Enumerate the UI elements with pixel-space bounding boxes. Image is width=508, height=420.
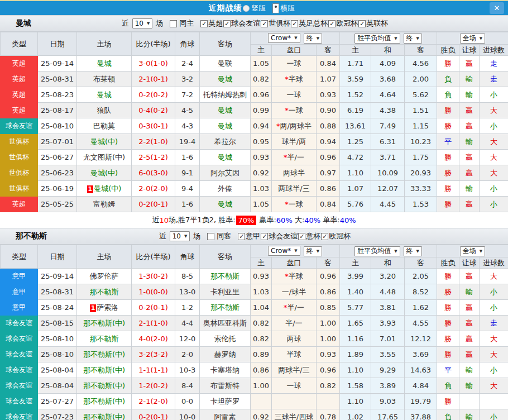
handicap-text: 球半/两 — [282, 137, 306, 146]
league-checkbox-4[interactable]: ✓ — [328, 20, 336, 27]
cell-away-team: 索伦托 — [200, 331, 251, 347]
cell-result-goals: 走 — [480, 71, 508, 87]
league-checkbox-1[interactable]: ✓ — [261, 233, 268, 240]
cell-handicap: 两球 — [272, 331, 317, 347]
cell-result-wdl: 勝 — [437, 394, 459, 409]
cell-handicap: *半球 — [272, 71, 317, 87]
games-count-select[interactable]: 10▼ — [170, 231, 190, 241]
league-checkbox-0[interactable]: ✓ — [238, 233, 245, 240]
bookmaker-select[interactable]: Crow*▼ — [268, 246, 300, 256]
cell-date: 25-08-04 — [38, 362, 77, 378]
league-checkbox-0[interactable]: ✓ — [200, 20, 208, 27]
cell-handicap: *半球 — [272, 269, 317, 284]
home-team-name: 那不勒斯(中) — [83, 397, 125, 405]
cell-date: 25-08-31 — [38, 71, 77, 87]
handicap-text: 一球 — [287, 90, 301, 99]
cell-date: 25-08-24 — [38, 300, 77, 316]
cell-corners: 10-3 — [175, 362, 200, 378]
cell-result-wdl: 平 — [437, 134, 459, 150]
odds-time-select[interactable]: 终▼ — [304, 246, 322, 256]
odds-time-select[interactable]: 终▼ — [304, 34, 322, 44]
cell-home-team: 那不勒斯 — [77, 331, 132, 347]
sub-header-6: 胜负 — [437, 257, 459, 269]
half-score: (0-1) — [150, 200, 167, 208]
cell-corners: 1-6 — [175, 150, 200, 165]
cell-result-goals: 小 — [480, 409, 508, 420]
cell-away-team: 卡坦萨罗 — [200, 394, 251, 409]
cell-avg-away: 1.75 — [405, 150, 437, 165]
cell-result-goals: 小 — [480, 362, 508, 378]
league-checkbox-3[interactable]: ✓ — [291, 20, 298, 27]
half-score: (0-1) — [150, 122, 167, 130]
cell-home-odds: 0.96 — [251, 87, 272, 103]
stat-value-0: 60% — [276, 216, 293, 225]
bookmaker-select[interactable]: Crow*▼ — [268, 33, 300, 43]
cell-score: 0-3(0-1) — [132, 118, 175, 134]
cell-result-goals: 大 — [480, 269, 508, 284]
table-row: 球会友谊25-08-10巴勒莫0-3(0-1)4-3曼城0.94*两/两球半0.… — [1, 118, 508, 134]
cell-result-wdl: 負 — [437, 409, 459, 420]
cell-home-odds: 0.92 — [251, 165, 272, 181]
table-row: 球会友谊25-07-23那不勒斯(中)0-2(0-1)10-0阿雷素0.92三球… — [1, 409, 508, 420]
cell-avg-draw: 3.89 — [371, 378, 405, 394]
layout-horizontal-radio[interactable] — [272, 3, 279, 13]
handicap-text: 一/球半 — [282, 288, 306, 296]
cell-away-team: 曼城 — [200, 103, 251, 118]
cell-avg-away: 8.52 — [405, 284, 437, 300]
cell-avg-home: 1.52 — [340, 87, 371, 103]
half-score: (1-2) — [150, 153, 167, 161]
cell-date: 25-09-14 — [38, 269, 77, 284]
games-count-select[interactable]: 10▼ — [132, 18, 153, 28]
table-row: 意甲25-08-241萨索洛0-2(0-1)1-2那不勒斯1.04*半/一0.8… — [1, 300, 508, 316]
league-checkbox-1[interactable]: ✓ — [223, 20, 231, 27]
avg-type-select[interactable]: 胜平负均值▼ — [354, 246, 400, 256]
avg-type-select[interactable]: 胜平负均值▼ — [354, 34, 400, 44]
cell-avg-away: 20.93 — [405, 165, 437, 181]
scope-select[interactable]: 全场▼ — [460, 34, 485, 44]
odds-dropdown-group: Crow*▼终▼ — [251, 32, 340, 45]
matches-table: 类型日期主场比分(半场)角球客场Crow*▼终▼胜平负均值▼终▼全场▼主盘口客主… — [0, 245, 508, 420]
half-score: (0-1) — [150, 75, 167, 83]
bookmaker-select-label: Crow* — [271, 247, 291, 255]
cell-result-goals — [480, 394, 508, 409]
close-icon[interactable]: ✕ — [490, 2, 504, 14]
league-checkbox-2[interactable]: ✓ — [261, 20, 268, 27]
league-label-0: 意甲 — [246, 231, 260, 241]
cell-handicap: 半球 — [272, 347, 317, 362]
cell-avg-home: 1.07 — [340, 181, 371, 197]
layout-vertical-radio[interactable] — [243, 5, 250, 12]
same-venue-checkbox[interactable] — [207, 233, 214, 240]
cell-avg-draw: 12.07 — [371, 181, 405, 197]
cell-away-team: 布雷斯特 — [200, 378, 251, 394]
cell-score: 1-3(0-2) — [132, 269, 175, 284]
chevron-down-icon: ▼ — [394, 36, 397, 41]
col-header-3: 比分(半场) — [132, 32, 175, 56]
cell-date: 25-08-17 — [38, 103, 77, 118]
cell-corners: 9-4 — [175, 181, 200, 197]
cell-result-goals: 大 — [480, 347, 508, 362]
avg-time-select[interactable]: 终▼ — [404, 34, 422, 44]
chevron-down-icon: ▼ — [416, 36, 419, 41]
cell-away-odds: 0.84 — [317, 56, 340, 71]
cell-date: 25-08-10 — [38, 331, 77, 347]
handicap-text: 两/两球半 — [280, 122, 311, 130]
avg-time-select[interactable]: 终▼ — [404, 246, 422, 256]
cell-avg-away: 1.62 — [405, 300, 437, 316]
sub-header-7: 让球 — [459, 45, 480, 56]
same-venue-checkbox[interactable] — [170, 20, 177, 27]
col-header-3: 比分(半场) — [132, 245, 175, 269]
cell-home-odds: 1.04 — [251, 300, 272, 316]
cell-score: 1-1(1-1) — [132, 362, 175, 378]
cell-home-odds: 0.89 — [251, 347, 272, 362]
cell-home-odds: 1.03 — [251, 181, 272, 197]
scope-select[interactable]: 全场▼ — [460, 246, 485, 256]
cell-home-odds: 1.03 — [251, 284, 272, 300]
league-checkbox-3[interactable]: ✓ — [321, 233, 328, 240]
league-checkbox-2[interactable]: ✓ — [298, 233, 305, 240]
sub-header-8: 进球数 — [480, 257, 508, 269]
cell-handicap — [272, 394, 317, 409]
cell-corners: 13-0 — [175, 284, 200, 300]
cell-avg-home: 6.19 — [340, 103, 371, 118]
cell-avg-away: 12.12 — [405, 331, 437, 347]
league-checkbox-5[interactable]: ✓ — [358, 20, 366, 27]
